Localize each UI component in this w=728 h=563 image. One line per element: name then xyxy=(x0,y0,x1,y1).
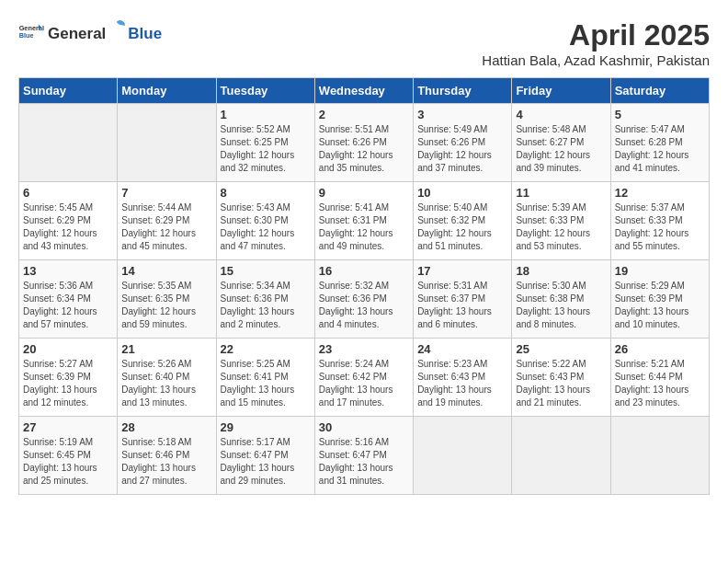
calendar-week-0: 1Sunrise: 5:52 AM Sunset: 6:25 PM Daylig… xyxy=(19,104,710,182)
calendar-cell: 30Sunrise: 5:16 AM Sunset: 6:47 PM Dayli… xyxy=(314,417,413,495)
calendar-cell: 5Sunrise: 5:47 AM Sunset: 6:28 PM Daylig… xyxy=(610,104,709,182)
calendar-week-3: 20Sunrise: 5:27 AM Sunset: 6:39 PM Dayli… xyxy=(19,339,710,417)
calendar-cell: 22Sunrise: 5:25 AM Sunset: 6:41 PM Dayli… xyxy=(216,339,314,417)
day-info: Sunrise: 5:21 AM Sunset: 6:44 PM Dayligh… xyxy=(615,358,705,409)
calendar-cell xyxy=(512,417,610,495)
col-header-monday: Monday xyxy=(118,78,216,104)
day-info: Sunrise: 5:51 AM Sunset: 6:26 PM Dayligh… xyxy=(319,123,409,175)
day-number: 18 xyxy=(516,264,606,278)
day-number: 3 xyxy=(417,108,507,121)
calendar-cell: 3Sunrise: 5:49 AM Sunset: 6:26 PM Daylig… xyxy=(414,104,512,182)
logo-blue-text: Blue xyxy=(128,25,162,43)
day-info: Sunrise: 5:31 AM Sunset: 6:37 PM Dayligh… xyxy=(417,280,507,331)
calendar-cell: 27Sunrise: 5:19 AM Sunset: 6:45 PM Dayli… xyxy=(19,417,118,495)
day-number: 28 xyxy=(121,420,211,434)
day-number: 12 xyxy=(615,186,705,200)
day-number: 29 xyxy=(221,420,311,434)
svg-text:Blue: Blue xyxy=(19,31,34,40)
day-info: Sunrise: 5:17 AM Sunset: 6:47 PM Dayligh… xyxy=(221,436,311,488)
calendar-cell xyxy=(610,417,709,495)
calendar-cell: 4Sunrise: 5:48 AM Sunset: 6:27 PM Daylig… xyxy=(512,104,610,182)
location-title: Hattian Bala, Azad Kashmir, Pakistan xyxy=(482,52,710,68)
day-info: Sunrise: 5:37 AM Sunset: 6:33 PM Dayligh… xyxy=(615,201,705,253)
calendar-cell xyxy=(19,104,118,182)
col-header-thursday: Thursday xyxy=(414,78,512,104)
page-header: General Blue General Blue April 2025 Hat… xyxy=(18,18,710,68)
calendar-cell: 18Sunrise: 5:30 AM Sunset: 6:38 PM Dayli… xyxy=(512,260,610,339)
day-number: 16 xyxy=(319,264,409,278)
day-info: Sunrise: 5:52 AM Sunset: 6:25 PM Dayligh… xyxy=(221,123,311,175)
calendar-cell: 10Sunrise: 5:40 AM Sunset: 6:32 PM Dayli… xyxy=(414,182,512,260)
day-info: Sunrise: 5:47 AM Sunset: 6:28 PM Dayligh… xyxy=(615,123,705,175)
calendar-cell: 12Sunrise: 5:37 AM Sunset: 6:33 PM Dayli… xyxy=(610,182,709,260)
calendar-cell: 7Sunrise: 5:44 AM Sunset: 6:29 PM Daylig… xyxy=(118,182,216,260)
day-info: Sunrise: 5:35 AM Sunset: 6:35 PM Dayligh… xyxy=(121,280,211,331)
day-info: Sunrise: 5:24 AM Sunset: 6:42 PM Dayligh… xyxy=(319,358,409,409)
day-number: 7 xyxy=(121,186,211,200)
col-header-sunday: Sunday xyxy=(19,78,118,104)
day-info: Sunrise: 5:16 AM Sunset: 6:47 PM Dayligh… xyxy=(319,436,409,488)
day-number: 13 xyxy=(23,264,113,278)
calendar-cell: 19Sunrise: 5:29 AM Sunset: 6:39 PM Dayli… xyxy=(610,260,709,339)
calendar-cell: 26Sunrise: 5:21 AM Sunset: 6:44 PM Dayli… xyxy=(610,339,709,417)
calendar-cell xyxy=(414,417,512,495)
logo-general-text: General xyxy=(48,25,106,43)
calendar-cell: 8Sunrise: 5:43 AM Sunset: 6:30 PM Daylig… xyxy=(216,182,314,260)
day-info: Sunrise: 5:23 AM Sunset: 6:43 PM Dayligh… xyxy=(417,358,507,409)
col-header-tuesday: Tuesday xyxy=(216,78,314,104)
day-info: Sunrise: 5:44 AM Sunset: 6:29 PM Dayligh… xyxy=(121,201,211,253)
day-number: 8 xyxy=(221,186,311,200)
calendar-cell: 1Sunrise: 5:52 AM Sunset: 6:25 PM Daylig… xyxy=(216,104,314,182)
calendar-cell: 20Sunrise: 5:27 AM Sunset: 6:39 PM Dayli… xyxy=(19,339,118,417)
day-info: Sunrise: 5:34 AM Sunset: 6:36 PM Dayligh… xyxy=(221,280,311,331)
day-info: Sunrise: 5:49 AM Sunset: 6:26 PM Dayligh… xyxy=(417,123,507,175)
day-number: 20 xyxy=(23,342,113,356)
calendar-week-2: 13Sunrise: 5:36 AM Sunset: 6:34 PM Dayli… xyxy=(19,260,710,339)
day-number: 6 xyxy=(23,186,113,200)
day-info: Sunrise: 5:18 AM Sunset: 6:46 PM Dayligh… xyxy=(121,436,211,488)
day-info: Sunrise: 5:36 AM Sunset: 6:34 PM Dayligh… xyxy=(23,280,113,331)
logo-bird-icon xyxy=(107,18,127,39)
day-number: 14 xyxy=(121,264,211,278)
day-info: Sunrise: 5:39 AM Sunset: 6:33 PM Dayligh… xyxy=(516,201,606,253)
day-number: 26 xyxy=(615,342,705,356)
calendar-week-4: 27Sunrise: 5:19 AM Sunset: 6:45 PM Dayli… xyxy=(19,417,710,495)
calendar-cell: 14Sunrise: 5:35 AM Sunset: 6:35 PM Dayli… xyxy=(118,260,216,339)
day-number: 25 xyxy=(516,342,606,356)
col-header-friday: Friday xyxy=(512,78,610,104)
calendar-week-1: 6Sunrise: 5:45 AM Sunset: 6:29 PM Daylig… xyxy=(19,182,710,260)
day-number: 17 xyxy=(417,264,507,278)
day-number: 15 xyxy=(221,264,311,278)
calendar-table: SundayMondayTuesdayWednesdayThursdayFrid… xyxy=(18,77,710,495)
col-header-saturday: Saturday xyxy=(610,78,709,104)
calendar-cell: 17Sunrise: 5:31 AM Sunset: 6:37 PM Dayli… xyxy=(414,260,512,339)
day-number: 22 xyxy=(221,342,311,356)
day-info: Sunrise: 5:48 AM Sunset: 6:27 PM Dayligh… xyxy=(516,123,606,175)
logo-icon: General Blue xyxy=(18,22,44,40)
day-info: Sunrise: 5:26 AM Sunset: 6:40 PM Dayligh… xyxy=(121,358,211,409)
calendar-cell: 6Sunrise: 5:45 AM Sunset: 6:29 PM Daylig… xyxy=(19,182,118,260)
day-number: 21 xyxy=(121,342,211,356)
month-title: April 2025 xyxy=(482,18,710,52)
calendar-cell: 2Sunrise: 5:51 AM Sunset: 6:26 PM Daylig… xyxy=(314,104,413,182)
calendar-cell: 9Sunrise: 5:41 AM Sunset: 6:31 PM Daylig… xyxy=(314,182,413,260)
day-info: Sunrise: 5:27 AM Sunset: 6:39 PM Dayligh… xyxy=(23,358,113,409)
col-header-wednesday: Wednesday xyxy=(314,78,413,104)
day-info: Sunrise: 5:43 AM Sunset: 6:30 PM Dayligh… xyxy=(221,201,311,253)
day-number: 11 xyxy=(516,186,606,200)
day-info: Sunrise: 5:22 AM Sunset: 6:43 PM Dayligh… xyxy=(516,358,606,409)
day-info: Sunrise: 5:40 AM Sunset: 6:32 PM Dayligh… xyxy=(417,201,507,253)
day-info: Sunrise: 5:41 AM Sunset: 6:31 PM Dayligh… xyxy=(319,201,409,253)
title-area: April 2025 Hattian Bala, Azad Kashmir, P… xyxy=(482,18,710,68)
day-number: 27 xyxy=(23,420,113,434)
calendar-cell: 13Sunrise: 5:36 AM Sunset: 6:34 PM Dayli… xyxy=(19,260,118,339)
calendar-cell: 28Sunrise: 5:18 AM Sunset: 6:46 PM Dayli… xyxy=(118,417,216,495)
day-number: 23 xyxy=(319,342,409,356)
day-number: 5 xyxy=(615,108,705,121)
calendar-cell: 11Sunrise: 5:39 AM Sunset: 6:33 PM Dayli… xyxy=(512,182,610,260)
day-info: Sunrise: 5:32 AM Sunset: 6:36 PM Dayligh… xyxy=(319,280,409,331)
day-info: Sunrise: 5:19 AM Sunset: 6:45 PM Dayligh… xyxy=(23,436,113,488)
logo: General Blue General Blue xyxy=(18,18,162,43)
day-number: 10 xyxy=(417,186,507,200)
calendar-cell: 21Sunrise: 5:26 AM Sunset: 6:40 PM Dayli… xyxy=(118,339,216,417)
